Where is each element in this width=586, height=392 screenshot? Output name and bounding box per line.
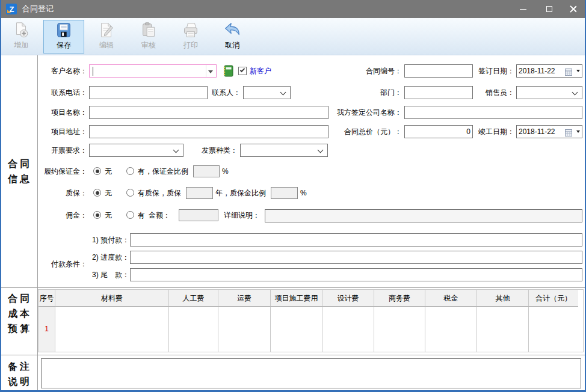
section-divider-1 <box>0 287 586 288</box>
chevron-down-icon <box>572 90 578 96</box>
minimize-button[interactable] <box>513 0 533 18</box>
col-header-no: 序号 <box>39 290 55 307</box>
phone-input[interactable] <box>89 86 208 99</box>
invoice-req-label: 开票要求： <box>51 144 87 157</box>
cancel-button[interactable]: 取消 <box>213 20 251 54</box>
section-divider-2 <box>0 355 586 355</box>
maximize-icon <box>546 6 552 12</box>
contract-no-input[interactable] <box>404 64 473 78</box>
commission-has-radio[interactable] <box>126 211 134 219</box>
sign-date-picker[interactable]: 2018-11-22 <box>516 64 582 78</box>
customer-lookup-button[interactable] <box>222 65 234 77</box>
table-cell-total[interactable] <box>529 307 578 352</box>
contact-select[interactable] <box>243 86 291 99</box>
invoice-type-select[interactable] <box>240 144 328 157</box>
payment-terms-label: 付款条件： <box>51 257 87 271</box>
cancel-undo-icon <box>223 21 241 39</box>
new-customer-label: 新客户 <box>250 64 271 78</box>
audit-clipboard-icon <box>140 21 158 39</box>
audit-button-label: 审核 <box>131 40 167 51</box>
section-label-line: 预算 <box>0 321 37 336</box>
bond-has-label: 有，保证金比例 <box>138 165 188 178</box>
commission-none-label: 无 <box>105 209 112 222</box>
completion-date-picker[interactable]: 2018-11-22 <box>516 125 582 138</box>
section-label-line: 合同 <box>0 291 37 306</box>
calendar-icon <box>565 67 572 75</box>
section-label-cost-budget: 合同 成本 预算 <box>0 291 37 336</box>
warranty-years-input[interactable] <box>186 187 213 199</box>
our-company-input[interactable] <box>404 106 582 119</box>
sign-date-label: 签订日期： <box>478 64 514 78</box>
commission-detail-input[interactable] <box>265 209 582 222</box>
phone-label: 联系电话： <box>51 86 87 99</box>
table-cell-construction[interactable] <box>271 307 322 352</box>
commission-label: 佣金： <box>66 209 87 222</box>
warranty-none-radio[interactable] <box>93 189 101 197</box>
chevron-down-icon <box>173 147 179 153</box>
col-header-material: 材料费 <box>55 290 169 307</box>
department-input[interactable] <box>404 86 473 99</box>
project-address-label: 项目地址： <box>51 125 87 138</box>
close-button[interactable] <box>563 0 584 18</box>
chevron-down-icon <box>280 90 286 96</box>
table-cell-business[interactable] <box>374 307 425 352</box>
new-customer-checkbox[interactable] <box>238 67 247 75</box>
bond-none-radio[interactable] <box>93 167 101 175</box>
table-cell-labor[interactable] <box>169 307 218 352</box>
print-button[interactable]: 打印 <box>172 20 209 54</box>
payment-item-2-input[interactable] <box>130 251 582 264</box>
payment-item-2-label: 2) 进度款： <box>92 251 129 264</box>
project-name-input[interactable] <box>89 106 328 119</box>
payment-item-3-label: 3) 尾 款： <box>92 268 129 281</box>
add-document-icon <box>12 21 30 39</box>
salesman-select[interactable] <box>516 86 582 99</box>
warranty-ratio-input[interactable] <box>271 187 298 199</box>
col-header-labor: 人工费 <box>169 290 218 307</box>
total-price-label: 合同总价（元）： <box>344 125 402 138</box>
table-cell-other[interactable] <box>477 307 529 352</box>
minimize-icon <box>520 9 526 10</box>
bond-ratio-input[interactable] <box>193 165 220 177</box>
commission-detail-label: 详细说明： <box>224 209 260 222</box>
contract-registration-window: Z 合同登记 增加 <box>0 0 586 392</box>
table-cell-design[interactable] <box>322 307 374 352</box>
address-book-icon <box>222 65 234 77</box>
salesman-label: 销售员： <box>486 86 514 99</box>
section-label-line: 信息 <box>0 171 37 186</box>
project-address-input[interactable] <box>89 125 328 138</box>
combo-dropdown-button[interactable] <box>206 65 216 77</box>
table-cell-tax[interactable] <box>425 307 477 352</box>
printer-icon <box>182 21 200 39</box>
maximize-button[interactable] <box>539 0 560 18</box>
add-button[interactable]: 增加 <box>2 20 40 54</box>
section-label-line: 成本 <box>0 306 37 321</box>
table-cell-material[interactable] <box>55 307 169 352</box>
department-label: 部门： <box>380 86 402 99</box>
invoice-req-select[interactable] <box>89 144 184 157</box>
save-button[interactable]: 保存 <box>43 20 84 54</box>
customer-name-label: 客户名称： <box>51 64 87 78</box>
remarks-textarea[interactable] <box>41 358 581 388</box>
cost-budget-table: 序号 材料费 人工费 运费 项目施工费用 设计费 商务费 税金 其他 合计（元）… <box>38 289 584 352</box>
chevron-down-icon <box>318 147 324 153</box>
col-header-tax: 税金 <box>425 290 477 307</box>
bond-has-radio[interactable] <box>126 167 134 175</box>
print-button-label: 打印 <box>173 40 209 51</box>
warranty-mid-label: 年，质保金比例 <box>215 186 266 200</box>
commission-amount-label: 金额： <box>149 209 170 222</box>
total-price-input[interactable] <box>404 125 473 138</box>
app-logo-icon: Z <box>6 4 17 14</box>
dropdown-arrow-icon <box>576 70 580 72</box>
table-cell-freight[interactable] <box>218 307 271 352</box>
invoice-type-label: 发票种类： <box>202 144 238 157</box>
text-caret <box>93 67 93 76</box>
payment-item-1-input[interactable] <box>130 233 582 247</box>
audit-button[interactable]: 审核 <box>130 20 167 54</box>
window-title: 合同登记 <box>22 0 54 18</box>
edit-button[interactable]: 编辑 <box>88 20 125 54</box>
commission-amount-input[interactable] <box>179 209 218 221</box>
commission-none-radio[interactable] <box>93 211 101 219</box>
warranty-has-radio[interactable] <box>126 189 134 197</box>
payment-item-3-input[interactable] <box>130 268 582 281</box>
customer-name-combo[interactable] <box>89 64 217 78</box>
